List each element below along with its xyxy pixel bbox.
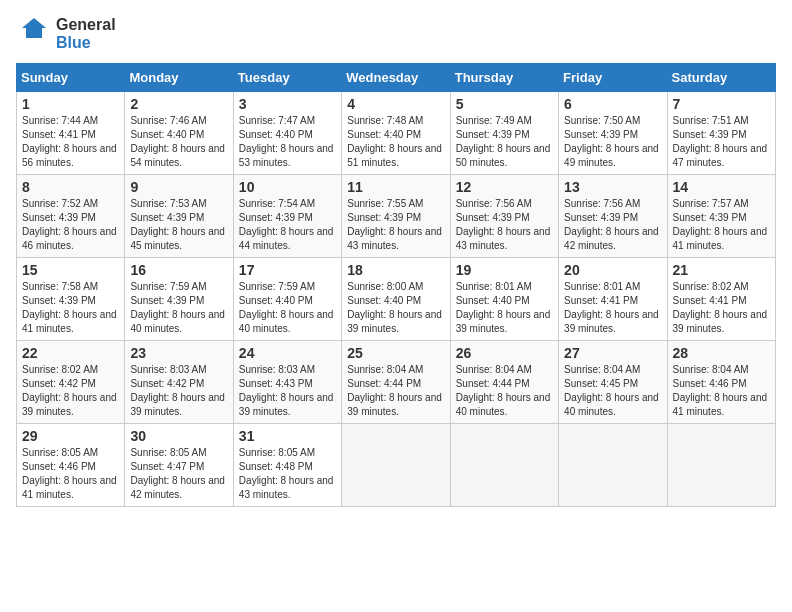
calendar-row-2: 8 Sunrise: 7:52 AMSunset: 4:39 PMDayligh…: [17, 174, 776, 257]
day-info: Sunrise: 7:56 AMSunset: 4:39 PMDaylight:…: [456, 198, 551, 251]
day-number: 22: [22, 345, 119, 361]
calendar-row-3: 15 Sunrise: 7:58 AMSunset: 4:39 PMDaylig…: [17, 257, 776, 340]
day-number: 11: [347, 179, 444, 195]
day-info: Sunrise: 8:03 AMSunset: 4:42 PMDaylight:…: [130, 364, 225, 417]
day-number: 31: [239, 428, 336, 444]
calendar-cell: 29 Sunrise: 8:05 AMSunset: 4:46 PMDaylig…: [17, 423, 125, 506]
calendar-cell: 1 Sunrise: 7:44 AMSunset: 4:41 PMDayligh…: [17, 91, 125, 174]
calendar-cell: 8 Sunrise: 7:52 AMSunset: 4:39 PMDayligh…: [17, 174, 125, 257]
calendar-cell: 19 Sunrise: 8:01 AMSunset: 4:40 PMDaylig…: [450, 257, 558, 340]
calendar-cell: 11 Sunrise: 7:55 AMSunset: 4:39 PMDaylig…: [342, 174, 450, 257]
day-number: 17: [239, 262, 336, 278]
day-number: 16: [130, 262, 227, 278]
day-number: 10: [239, 179, 336, 195]
day-info: Sunrise: 7:53 AMSunset: 4:39 PMDaylight:…: [130, 198, 225, 251]
day-info: Sunrise: 8:02 AMSunset: 4:41 PMDaylight:…: [673, 281, 768, 334]
day-info: Sunrise: 8:04 AMSunset: 4:45 PMDaylight:…: [564, 364, 659, 417]
day-number: 18: [347, 262, 444, 278]
header-monday: Monday: [125, 63, 233, 91]
logo-general: General: [56, 16, 116, 34]
day-info: Sunrise: 7:49 AMSunset: 4:39 PMDaylight:…: [456, 115, 551, 168]
day-number: 1: [22, 96, 119, 112]
calendar-cell: [667, 423, 775, 506]
calendar-cell: 4 Sunrise: 7:48 AMSunset: 4:40 PMDayligh…: [342, 91, 450, 174]
calendar-cell: 20 Sunrise: 8:01 AMSunset: 4:41 PMDaylig…: [559, 257, 667, 340]
day-info: Sunrise: 7:50 AMSunset: 4:39 PMDaylight:…: [564, 115, 659, 168]
day-info: Sunrise: 8:04 AMSunset: 4:44 PMDaylight:…: [347, 364, 442, 417]
day-info: Sunrise: 8:01 AMSunset: 4:40 PMDaylight:…: [456, 281, 551, 334]
calendar-cell: 24 Sunrise: 8:03 AMSunset: 4:43 PMDaylig…: [233, 340, 341, 423]
calendar-cell: 16 Sunrise: 7:59 AMSunset: 4:39 PMDaylig…: [125, 257, 233, 340]
logo-blue: Blue: [56, 34, 116, 52]
header-tuesday: Tuesday: [233, 63, 341, 91]
day-info: Sunrise: 8:05 AMSunset: 4:47 PMDaylight:…: [130, 447, 225, 500]
day-info: Sunrise: 7:58 AMSunset: 4:39 PMDaylight:…: [22, 281, 117, 334]
day-number: 20: [564, 262, 661, 278]
header-row: SundayMondayTuesdayWednesdayThursdayFrid…: [17, 63, 776, 91]
day-number: 24: [239, 345, 336, 361]
day-info: Sunrise: 8:04 AMSunset: 4:44 PMDaylight:…: [456, 364, 551, 417]
day-number: 29: [22, 428, 119, 444]
calendar-cell: [450, 423, 558, 506]
calendar-row-4: 22 Sunrise: 8:02 AMSunset: 4:42 PMDaylig…: [17, 340, 776, 423]
day-info: Sunrise: 7:52 AMSunset: 4:39 PMDaylight:…: [22, 198, 117, 251]
day-info: Sunrise: 7:55 AMSunset: 4:39 PMDaylight:…: [347, 198, 442, 251]
day-info: Sunrise: 8:05 AMSunset: 4:46 PMDaylight:…: [22, 447, 117, 500]
calendar-cell: 5 Sunrise: 7:49 AMSunset: 4:39 PMDayligh…: [450, 91, 558, 174]
day-info: Sunrise: 7:48 AMSunset: 4:40 PMDaylight:…: [347, 115, 442, 168]
header-thursday: Thursday: [450, 63, 558, 91]
calendar-cell: 13 Sunrise: 7:56 AMSunset: 4:39 PMDaylig…: [559, 174, 667, 257]
calendar-cell: 6 Sunrise: 7:50 AMSunset: 4:39 PMDayligh…: [559, 91, 667, 174]
calendar-cell: 18 Sunrise: 8:00 AMSunset: 4:40 PMDaylig…: [342, 257, 450, 340]
calendar-cell: 15 Sunrise: 7:58 AMSunset: 4:39 PMDaylig…: [17, 257, 125, 340]
calendar-row-1: 1 Sunrise: 7:44 AMSunset: 4:41 PMDayligh…: [17, 91, 776, 174]
day-info: Sunrise: 7:47 AMSunset: 4:40 PMDaylight:…: [239, 115, 334, 168]
day-number: 5: [456, 96, 553, 112]
day-number: 30: [130, 428, 227, 444]
day-info: Sunrise: 7:59 AMSunset: 4:40 PMDaylight:…: [239, 281, 334, 334]
day-info: Sunrise: 8:00 AMSunset: 4:40 PMDaylight:…: [347, 281, 442, 334]
logo: General Blue: [16, 16, 116, 53]
day-number: 21: [673, 262, 770, 278]
day-info: Sunrise: 8:04 AMSunset: 4:46 PMDaylight:…: [673, 364, 768, 417]
logo-bird-icon: [16, 16, 52, 52]
calendar-cell: 9 Sunrise: 7:53 AMSunset: 4:39 PMDayligh…: [125, 174, 233, 257]
calendar-cell: 30 Sunrise: 8:05 AMSunset: 4:47 PMDaylig…: [125, 423, 233, 506]
day-number: 4: [347, 96, 444, 112]
day-number: 7: [673, 96, 770, 112]
day-number: 25: [347, 345, 444, 361]
day-info: Sunrise: 7:51 AMSunset: 4:39 PMDaylight:…: [673, 115, 768, 168]
day-info: Sunrise: 7:46 AMSunset: 4:40 PMDaylight:…: [130, 115, 225, 168]
day-number: 6: [564, 96, 661, 112]
day-info: Sunrise: 7:44 AMSunset: 4:41 PMDaylight:…: [22, 115, 117, 168]
calendar-cell: 25 Sunrise: 8:04 AMSunset: 4:44 PMDaylig…: [342, 340, 450, 423]
calendar-cell: [559, 423, 667, 506]
calendar-cell: 31 Sunrise: 8:05 AMSunset: 4:48 PMDaylig…: [233, 423, 341, 506]
day-number: 12: [456, 179, 553, 195]
day-number: 26: [456, 345, 553, 361]
day-number: 28: [673, 345, 770, 361]
calendar-cell: 10 Sunrise: 7:54 AMSunset: 4:39 PMDaylig…: [233, 174, 341, 257]
calendar-cell: 26 Sunrise: 8:04 AMSunset: 4:44 PMDaylig…: [450, 340, 558, 423]
header-saturday: Saturday: [667, 63, 775, 91]
calendar-cell: 3 Sunrise: 7:47 AMSunset: 4:40 PMDayligh…: [233, 91, 341, 174]
day-info: Sunrise: 7:59 AMSunset: 4:39 PMDaylight:…: [130, 281, 225, 334]
calendar-cell: [342, 423, 450, 506]
calendar-cell: 22 Sunrise: 8:02 AMSunset: 4:42 PMDaylig…: [17, 340, 125, 423]
calendar-row-5: 29 Sunrise: 8:05 AMSunset: 4:46 PMDaylig…: [17, 423, 776, 506]
day-number: 14: [673, 179, 770, 195]
day-info: Sunrise: 7:56 AMSunset: 4:39 PMDaylight:…: [564, 198, 659, 251]
header-wednesday: Wednesday: [342, 63, 450, 91]
calendar-cell: 2 Sunrise: 7:46 AMSunset: 4:40 PMDayligh…: [125, 91, 233, 174]
calendar-cell: 17 Sunrise: 7:59 AMSunset: 4:40 PMDaylig…: [233, 257, 341, 340]
day-info: Sunrise: 7:57 AMSunset: 4:39 PMDaylight:…: [673, 198, 768, 251]
header-sunday: Sunday: [17, 63, 125, 91]
day-info: Sunrise: 7:54 AMSunset: 4:39 PMDaylight:…: [239, 198, 334, 251]
calendar-cell: 12 Sunrise: 7:56 AMSunset: 4:39 PMDaylig…: [450, 174, 558, 257]
header: General Blue: [16, 16, 776, 53]
calendar-cell: 27 Sunrise: 8:04 AMSunset: 4:45 PMDaylig…: [559, 340, 667, 423]
day-info: Sunrise: 8:02 AMSunset: 4:42 PMDaylight:…: [22, 364, 117, 417]
day-number: 19: [456, 262, 553, 278]
day-info: Sunrise: 8:03 AMSunset: 4:43 PMDaylight:…: [239, 364, 334, 417]
calendar-cell: 23 Sunrise: 8:03 AMSunset: 4:42 PMDaylig…: [125, 340, 233, 423]
